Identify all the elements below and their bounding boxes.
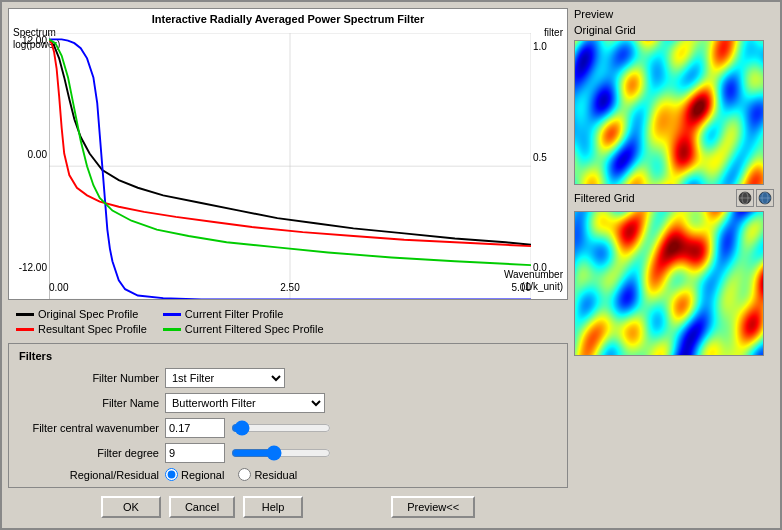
- filter-wavenumber-input[interactable]: [165, 418, 225, 438]
- x-axis-labels: 0.00 2.50 5.00: [49, 282, 531, 293]
- regional-residual-label: Regional/Residual: [19, 469, 159, 481]
- left-panel: Interactive Radially Averaged Power Spec…: [8, 8, 568, 522]
- filtered-grid-image: [574, 211, 764, 356]
- preview-button[interactable]: Preview<<: [391, 496, 475, 518]
- legend-col-1: Original Spec Profile Resultant Spec Pro…: [16, 308, 147, 335]
- chart-inner: Spectrum log(power) 12.00 0.00 -12.00: [13, 27, 563, 293]
- radio-residual-label: Residual: [254, 469, 297, 481]
- original-grid-image: [574, 40, 764, 185]
- filtered-grid-label: Filtered Grid: [574, 192, 635, 204]
- legend-item-filtered-spec: Current Filtered Spec Profile: [163, 323, 324, 335]
- original-grid-label: Original Grid: [574, 24, 636, 36]
- grid-icon-2[interactable]: [756, 189, 774, 207]
- original-grid-label-row: Original Grid: [574, 24, 774, 36]
- radio-group: Regional Residual: [165, 468, 297, 481]
- legend-area: Original Spec Profile Resultant Spec Pro…: [8, 304, 568, 339]
- legend-item-resultant: Resultant Spec Profile: [16, 323, 147, 335]
- filtered-grid-canvas: [575, 212, 764, 356]
- radio-residual: Residual: [238, 468, 297, 481]
- filter-name-row: Filter Name Butterworth Filter Gaussian …: [19, 393, 557, 413]
- filter-number-select[interactable]: 1st Filter 2nd Filter: [165, 368, 285, 388]
- main-window: Interactive Radially Averaged Power Spec…: [0, 0, 782, 530]
- regional-residual-row: Regional/Residual Regional Residual: [19, 468, 557, 481]
- legend-swatch-black: [16, 313, 34, 316]
- radio-residual-input[interactable]: [238, 468, 251, 481]
- legend-swatch-blue: [163, 313, 181, 316]
- ok-button[interactable]: OK: [101, 496, 161, 518]
- filters-title: Filters: [19, 350, 557, 362]
- content-area: Interactive Radially Averaged Power Spec…: [8, 8, 774, 522]
- filter-degree-label: Filter degree: [19, 447, 159, 459]
- filter-number-label: Filter Number: [19, 372, 159, 384]
- wavenumber-label: Wavenumber (1/k_unit): [504, 269, 563, 293]
- chart-svg: [49, 33, 531, 299]
- legend-swatch-red: [16, 328, 34, 331]
- radio-regional: Regional: [165, 468, 224, 481]
- filter-number-row: Filter Number 1st Filter 2nd Filter: [19, 368, 557, 388]
- filter-name-label: Filter Name: [19, 397, 159, 409]
- filter-degree-slider[interactable]: [231, 445, 331, 461]
- right-panel: Preview Original Grid Filtered Grid: [574, 8, 774, 522]
- legend-item-original: Original Spec Profile: [16, 308, 147, 320]
- legend-item-current-filter: Current Filter Profile: [163, 308, 324, 320]
- globe-icon: [738, 191, 752, 205]
- preview-section: Preview Original Grid Filtered Grid: [574, 8, 774, 356]
- chart-container: Interactive Radially Averaged Power Spec…: [8, 8, 568, 300]
- chart-title: Interactive Radially Averaged Power Spec…: [13, 13, 563, 25]
- radio-regional-input[interactable]: [165, 468, 178, 481]
- radio-regional-label: Regional: [181, 469, 224, 481]
- filtered-grid-label-row: Filtered Grid: [574, 189, 774, 207]
- earth-icon: [758, 191, 772, 205]
- legend-swatch-green: [163, 328, 181, 331]
- grid-icon-1[interactable]: [736, 189, 754, 207]
- bottom-buttons: OK Cancel Help Preview<<: [8, 492, 568, 522]
- filtered-grid-icons: [736, 189, 774, 207]
- filter-degree-input[interactable]: [165, 443, 225, 463]
- legend-col-2: Current Filter Profile Current Filtered …: [163, 308, 324, 335]
- preview-title: Preview: [574, 8, 774, 20]
- y-ticks-left: 12.00 0.00 -12.00: [13, 35, 47, 273]
- filter-wavenumber-slider[interactable]: [231, 420, 331, 436]
- y-ticks-right: 1.0 0.5 0.0: [533, 41, 563, 273]
- filter-degree-row: Filter degree: [19, 443, 557, 463]
- cancel-button[interactable]: Cancel: [169, 496, 235, 518]
- filters-section: Filters Filter Number 1st Filter 2nd Fil…: [8, 343, 568, 488]
- help-button[interactable]: Help: [243, 496, 303, 518]
- filter-wavenumber-row: Filter central wavenumber: [19, 418, 557, 438]
- filter-wavenumber-label: Filter central wavenumber: [19, 422, 159, 434]
- filter-name-select[interactable]: Butterworth Filter Gaussian Filter: [165, 393, 325, 413]
- original-grid-canvas: [575, 41, 764, 185]
- filter-axis-label: filter: [544, 27, 563, 38]
